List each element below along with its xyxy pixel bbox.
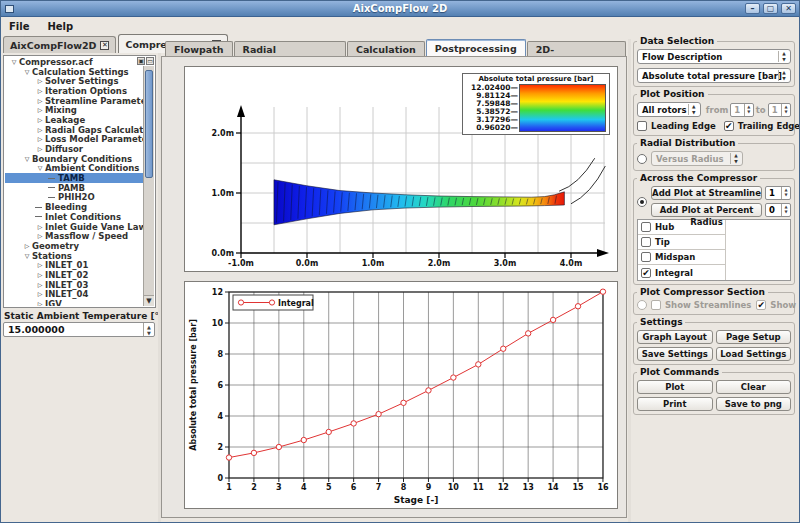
tree-collapsed-icon[interactable]: ▷ xyxy=(35,272,45,278)
tree-item-geometry[interactable]: ▷Geometry xyxy=(5,241,143,251)
tree-item-calculation-settings[interactable]: ▽Calculation Settings xyxy=(5,67,143,77)
right-splitter[interactable] xyxy=(628,39,631,522)
tree-collapsed-icon[interactable]: ▷ xyxy=(35,78,45,84)
percent-radius-spinbox[interactable]: 0 ▲▼ xyxy=(765,203,791,217)
trailing-edge-checkbox[interactable]: ✔ xyxy=(724,121,734,131)
tree-collapsed-icon[interactable]: ▷ xyxy=(35,88,45,94)
graph-layout-button[interactable]: Graph Layout xyxy=(637,330,713,344)
tree-item-boundary-conditions[interactable]: ▽Boundary Conditions xyxy=(5,154,143,164)
tree-expand-all-icon[interactable]: ▣ xyxy=(137,57,145,65)
from-spinbox[interactable]: 1 ▲▼ xyxy=(730,103,753,117)
tab-2d-visualization[interactable]: 2D-Visualization xyxy=(527,41,626,56)
tree-item-inlet-04[interactable]: ▷INLET_04 xyxy=(5,290,143,300)
tree-item-streamline-parameters[interactable]: ▷Streamline Parameters xyxy=(5,96,143,106)
tree-collapsed-icon[interactable]: ▷ xyxy=(35,146,45,152)
add-plot-streamline-button[interactable]: Add Plot at Streamline xyxy=(651,186,762,200)
list-item-tip[interactable]: Tip xyxy=(638,235,790,250)
radial-distribution-radio[interactable] xyxy=(637,154,647,164)
show-streamlines-checkbox[interactable] xyxy=(651,300,661,310)
minimize-button[interactable]: – xyxy=(745,3,760,14)
plot-button[interactable]: Plot xyxy=(637,380,713,394)
tree-item-loss-model-parameters[interactable]: ▷Loss Model Parameters xyxy=(5,135,143,145)
save-to-png-button[interactable]: Save to png xyxy=(716,397,792,411)
tree-item-leakage[interactable]: ▷Leakage xyxy=(5,115,143,125)
close-tab-icon[interactable]: ✕ xyxy=(100,41,109,50)
tree-collapsed-icon[interactable]: ▷ xyxy=(35,301,45,306)
tree-collapsed-icon[interactable]: ▷ xyxy=(35,291,45,297)
show-2d-plot-checkbox[interactable]: ✔ xyxy=(756,300,766,310)
data-type-combobox[interactable]: Flow Description ▲▼ xyxy=(637,49,791,64)
spinner-arrows-icon[interactable]: ▲▼ xyxy=(143,323,154,336)
tree-collapsed-icon[interactable]: ▷ xyxy=(35,136,45,142)
tree-collapsed-icon[interactable]: ▷ xyxy=(35,233,45,239)
tree-collapsed-icon[interactable]: ▷ xyxy=(35,98,45,104)
page-setup-button[interactable]: Page Setup xyxy=(716,330,792,344)
list-item-hub[interactable]: Hub xyxy=(638,220,790,235)
tree-item-compressor-acf[interactable]: ▽Compressor.acf xyxy=(5,57,143,67)
doctab-aixcompflow2d[interactable]: AixCompFlow2D ✕ xyxy=(3,36,116,53)
tree-item-inlet-01[interactable]: ▷INLET_01 xyxy=(5,260,143,270)
tree-item-diffusor[interactable]: ▷Diffusor xyxy=(5,144,143,154)
tree-item-igv[interactable]: ▷IGV xyxy=(5,299,143,306)
versus-radius-combobox[interactable]: Versus Radius ▲▼ xyxy=(651,151,743,166)
tree-expanded-icon[interactable]: ▽ xyxy=(22,253,32,259)
tree-item-phih2o[interactable]: PHIH2O xyxy=(5,193,143,203)
tree-item-bleeding[interactable]: Bleeding xyxy=(5,202,143,212)
tab-flowpath[interactable]: Flowpath xyxy=(165,41,233,56)
tree-collapsed-icon[interactable]: ▷ xyxy=(35,117,45,123)
menu-help[interactable]: Help xyxy=(47,21,73,32)
tab-calculation[interactable]: Calculation xyxy=(347,41,425,56)
tree-item-inlet-03[interactable]: ▷INLET_03 xyxy=(5,280,143,290)
tree-expanded-icon[interactable]: ▽ xyxy=(22,69,32,75)
add-plot-percent-radius-button[interactable]: Add Plot at Percent Radius xyxy=(651,203,762,217)
plot-section-radio[interactable] xyxy=(637,300,647,310)
streamline-spinbox[interactable]: 1 ▲▼ xyxy=(765,186,791,200)
menu-file[interactable]: File xyxy=(9,21,29,32)
tree-item-radial-gaps-calculation[interactable]: ▷Radial Gaps Calculation xyxy=(5,125,143,135)
tree-item-tamb[interactable]: TAMB xyxy=(5,173,143,183)
to-spinbox[interactable]: 1 ▲▼ xyxy=(768,103,791,117)
quantity-combobox[interactable]: Absolute total pressure [bar] ▲▼ xyxy=(637,68,791,83)
list-item-midspan[interactable]: Midspan xyxy=(638,250,790,265)
close-button[interactable]: ✕ xyxy=(781,3,796,14)
save-settings-button[interactable]: Save Settings xyxy=(637,347,713,361)
tree-expanded-icon[interactable]: ▽ xyxy=(22,156,32,162)
rotor-selection-combobox[interactable]: All rotors ▲▼ xyxy=(637,102,701,117)
across-compressor-radio[interactable] xyxy=(637,197,647,207)
tree-item-iteration-options[interactable]: ▷Iteration Options xyxy=(5,86,143,96)
tree-item-solver-settings[interactable]: ▷Solver Settings xyxy=(5,76,143,86)
tree-collapsed-icon[interactable]: ▷ xyxy=(35,262,45,268)
tab-postprocessing[interactable]: Postprocessing xyxy=(426,39,526,56)
tip-checkbox[interactable] xyxy=(641,237,651,247)
clear-button[interactable]: Clear xyxy=(716,380,792,394)
scrollbar-down-arrow-icon[interactable]: ▼ xyxy=(144,295,154,306)
list-item-integral[interactable]: ✔Integral xyxy=(638,265,790,280)
tree-collapsed-icon[interactable]: ▷ xyxy=(35,282,45,288)
tree-collapsed-icon[interactable]: ▷ xyxy=(22,243,32,249)
tree-collapsed-icon[interactable]: ▷ xyxy=(35,127,45,133)
tree-item-inlet-02[interactable]: ▷INLET_02 xyxy=(5,270,143,280)
tree-item-mixing[interactable]: ▷Mixing xyxy=(5,105,143,115)
tree-item-pamb[interactable]: PAMB xyxy=(5,183,143,193)
maximize-button[interactable]: ▢ xyxy=(763,3,778,14)
tree-collapse-all-icon[interactable]: ▭ xyxy=(146,57,154,65)
tree-collapsed-icon[interactable]: ▷ xyxy=(35,107,45,113)
temperature-spinbox[interactable]: 15.000000 ▲▼ xyxy=(3,322,155,337)
integral-checkbox[interactable]: ✔ xyxy=(641,268,651,278)
tree-item-inlet-guide-vane-law[interactable]: ▷Inlet Guide Vane Law xyxy=(5,222,143,232)
tree-item-inlet-conditions[interactable]: Inlet Conditions xyxy=(5,212,143,222)
tree-item-stations[interactable]: ▽Stations xyxy=(5,251,143,261)
tree-expanded-icon[interactable]: ▽ xyxy=(35,165,45,171)
tree-expanded-icon[interactable]: ▽ xyxy=(9,59,19,65)
tab-radial-distribution[interactable]: Radial Distribution xyxy=(234,41,346,56)
tree-item-massflow-speed[interactable]: ▷Massflow / Speed xyxy=(5,231,143,241)
tree-item-ambient-conditions[interactable]: ▽Ambient Conditions xyxy=(5,164,143,174)
scrollbar-thumb[interactable] xyxy=(145,70,153,178)
tree-scrollbar[interactable]: ▼ xyxy=(143,66,154,306)
load-settings-button[interactable]: Load Settings xyxy=(716,347,792,361)
print-button[interactable]: Print xyxy=(637,397,713,411)
hub-checkbox[interactable] xyxy=(641,222,651,232)
midspan-checkbox[interactable] xyxy=(641,252,651,262)
tree-collapsed-icon[interactable]: ▷ xyxy=(35,224,45,230)
leading-edge-checkbox[interactable] xyxy=(637,121,647,131)
